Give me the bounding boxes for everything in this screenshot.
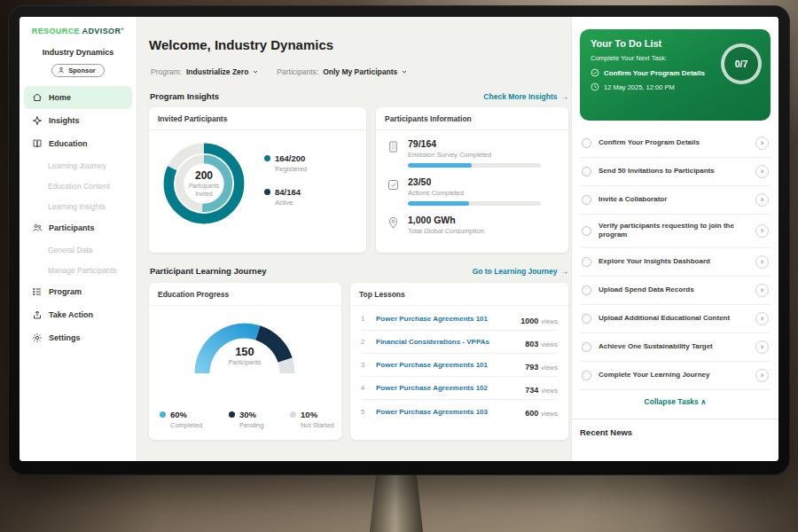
invited-donut-chart: 200 Participants Invited (158, 137, 250, 230)
sponsor-badge[interactable]: Sponsor (51, 64, 104, 77)
chevron-right-icon[interactable]: › (755, 224, 769, 238)
logo-advisor: ADVISOR (82, 27, 121, 35)
chevron-right-icon[interactable]: › (755, 369, 769, 382)
sparkle-icon (32, 115, 43, 126)
lesson-rank: 5 (361, 408, 369, 416)
sidebar-item-label: Take Action (49, 310, 93, 319)
task-row-invite-collaborator[interactable]: Invite a Collaborator › (580, 186, 771, 215)
checkbox-icon[interactable] (582, 342, 591, 352)
program-filter-label: Program: (151, 67, 182, 76)
stat-value: 1,000 GWh (408, 215, 484, 225)
completed-dot (160, 411, 166, 418)
not-started-dot (290, 411, 296, 418)
program-filter-select[interactable]: Industrialize Zero (186, 67, 259, 76)
checkbox-icon[interactable] (582, 167, 591, 176)
todo-progress-value: 0/7 (735, 59, 748, 69)
task-row-upload-spend-data[interactable]: Upload Spend Data Records › (580, 277, 771, 305)
task-row-verify-participants[interactable]: Verify participants requesting to join t… (580, 215, 771, 248)
lesson-link[interactable]: Power Purchase Agreements 101 (376, 315, 513, 323)
chevron-right-icon[interactable]: › (755, 165, 769, 178)
sidebar-item-program[interactable]: Program (24, 280, 132, 303)
sidebar-item-learning-journey[interactable]: Learning Journey (24, 155, 132, 176)
lesson-link[interactable]: Power Purchase Agreements 102 (376, 384, 518, 392)
todo-time-label: 12 May 2025, 12:00 PM (604, 83, 675, 91)
chevron-up-icon: ∧ (700, 397, 706, 406)
checkbox-icon[interactable] (582, 286, 591, 295)
checkbox-icon[interactable] (582, 138, 591, 148)
checkbox-icon[interactable] (582, 226, 591, 236)
task-label: Achieve One Sustainability Target (598, 342, 748, 351)
arrow-right-icon: → (561, 92, 569, 101)
gauge-label: Participants (183, 359, 307, 366)
checkbox-icon[interactable] (582, 371, 591, 380)
sidebar-item-participants[interactable]: Participants (24, 216, 132, 239)
pending-dot (229, 411, 235, 418)
task-label: Invite a Collaborator (598, 195, 748, 204)
task-row-complete-learning-journey[interactable]: Complete Your Learning Journey › (580, 362, 771, 390)
invited-legend: 164/200 Registered 84/164 Active (264, 153, 307, 207)
lesson-link[interactable]: Power Purchase Agreements 101 (376, 361, 518, 369)
sidebar-item-education[interactable]: Education (24, 132, 132, 155)
todo-next-task[interactable]: Confirm Your Program Details (591, 68, 724, 77)
participants-filter-select[interactable]: Only My Participants (323, 67, 408, 76)
chevron-right-icon[interactable]: › (755, 284, 769, 297)
sidebar-item-home[interactable]: Home (24, 86, 132, 109)
participants-filter-value: Only My Participants (323, 67, 397, 76)
sidebar-item-education-content[interactable]: Education Content (24, 176, 132, 196)
task-row-confirm-program[interactable]: Confirm Your Program Details › (580, 129, 771, 158)
task-row-explore-insights[interactable]: Explore Your Insights Dashboard › (580, 248, 771, 277)
program-filter: Program: Industrialize Zero (151, 67, 259, 76)
monitor-bezel: RESOURCE ADVISOR+ Industry Dynamics Spon… (8, 5, 790, 475)
lesson-row: 5 Power Purchase Agreements 103 600views (361, 400, 558, 423)
stat-global-consumption: 1,000 GWh Total Global Consumption (387, 215, 558, 235)
lesson-link[interactable]: Power Purchase Agreements 103 (376, 408, 518, 416)
legend-label: Not Started (301, 421, 334, 429)
checkbox-icon[interactable] (582, 314, 591, 324)
check-more-insights-link[interactable]: Check More Insights → (483, 92, 568, 101)
checkbox-icon[interactable] (582, 257, 591, 267)
progress-bar (408, 201, 541, 206)
legend-registered: 164/200 Registered (264, 153, 307, 173)
chevron-glyph: › (761, 227, 763, 235)
go-to-learning-journey-link[interactable]: Go to Learning Journey → (473, 267, 568, 276)
sidebar-item-take-action[interactable]: Take Action (24, 303, 132, 326)
checkbox-icon[interactable] (582, 195, 591, 205)
sidebar-item-label: Settings (49, 333, 81, 342)
task-row-achieve-target[interactable]: Achieve One Sustainability Target › (580, 333, 771, 362)
chevron-right-icon[interactable]: › (755, 137, 769, 150)
card-title: Top Lessons (350, 283, 568, 306)
card-title: Education Progress (149, 283, 341, 306)
todo-panel: Your To Do List Complete Your Next Task:… (571, 17, 778, 461)
legend-completed: 60% Completed (160, 410, 202, 429)
chevron-right-icon[interactable]: › (755, 312, 769, 325)
chevron-right-icon[interactable]: › (755, 193, 769, 207)
sidebar-item-settings[interactable]: Settings (24, 326, 132, 349)
sidebar-item-label: Learning Journey (48, 161, 106, 170)
sidebar-item-insights[interactable]: Insights (24, 109, 132, 132)
progress-fill (408, 163, 472, 168)
collapse-tasks-link[interactable]: Collapse Tasks ∧ (572, 390, 778, 411)
sidebar-item-manage-participants[interactable]: Manage Participants (24, 260, 132, 280)
task-label: Complete Your Learning Journey (598, 371, 748, 379)
sidebar-item-general-data[interactable]: General Data (24, 239, 132, 260)
task-label: Confirm Your Program Details (598, 138, 748, 147)
sidebar-item-label: Participants (49, 223, 95, 232)
participants-filter: Participants: Only My Participants (277, 67, 408, 76)
sidebar-item-label: Manage Participants (48, 266, 117, 275)
stat-actions-completed: 23/50 Actions Completed (387, 176, 558, 206)
chevron-right-icon[interactable]: › (755, 255, 769, 269)
stat-value: 79/164 (408, 138, 541, 149)
lesson-rank: 1 (361, 315, 369, 323)
card-title: Invited Participants (149, 107, 366, 130)
sidebar-item-learning-insights[interactable]: Learning Insights (24, 196, 132, 216)
legend-label: Completed (170, 421, 202, 429)
sidebar-item-label: Insights (49, 116, 80, 125)
legend-not-started: 10% Not Started (290, 410, 334, 429)
education-progress-card: Education Progress 150 Participants (149, 283, 341, 440)
chevron-right-icon[interactable]: › (755, 340, 769, 354)
invited-label-2: Invited (195, 191, 212, 198)
task-row-upload-educational-content[interactable]: Upload Additional Educational Content › (580, 305, 771, 333)
lesson-link[interactable]: Financial Considerations - VPPAs (376, 338, 518, 346)
recent-news-section: Recent News (572, 419, 778, 445)
task-row-send-invitations[interactable]: Send 50 Invitations to Participants › (580, 158, 771, 186)
